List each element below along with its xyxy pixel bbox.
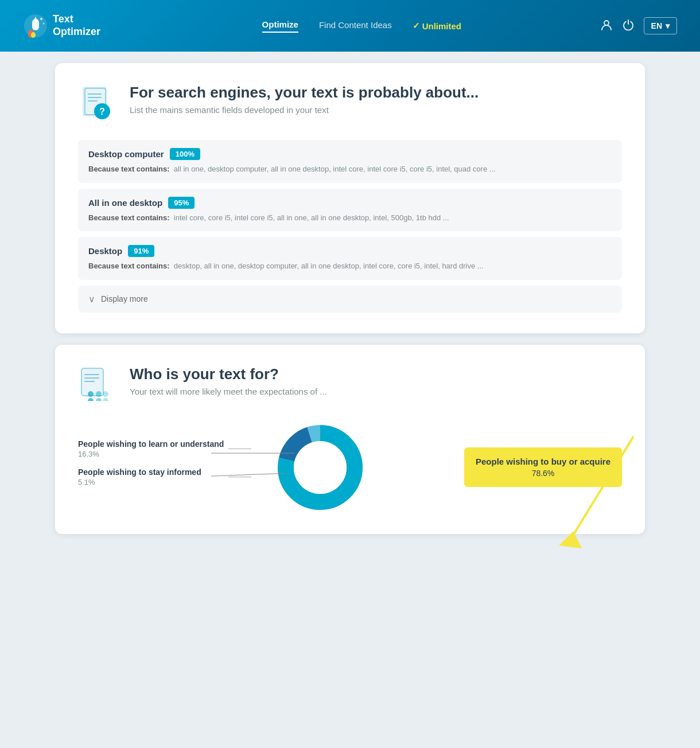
connector-lines <box>274 422 366 513</box>
svg-point-5 <box>40 18 42 20</box>
semantic-item-0: Desktop computer 100% Because text conta… <box>78 140 622 183</box>
audience-item-1: People wishing to stay informed 5.1% <box>78 468 251 486</box>
svg-point-22 <box>96 391 102 397</box>
audience-card: Who is your text for? Your text will mor… <box>55 345 645 534</box>
semantic-label-2: Desktop <box>88 246 122 256</box>
semantic-badge-0: 100% <box>170 148 200 160</box>
semantic-badge-2: 91% <box>128 245 154 257</box>
display-more-button[interactable]: ∨ Display more <box>78 286 622 313</box>
audience-label-1: People wishing to stay informed <box>78 468 224 477</box>
audience-legend: People wishing to learn or understand 16… <box>78 439 251 496</box>
audience-visualization: People wishing to learn or understand 16… <box>78 422 622 513</box>
card2-title: Who is your text for? <box>130 365 327 383</box>
semantic-item-2: Desktop 91% Because text contains: deskt… <box>78 237 622 280</box>
card1-header-text: For search engines, your text is probabl… <box>130 84 479 115</box>
callout-container: People wishing to buy or acquire 78.6% <box>464 447 622 487</box>
semantic-items-list: Desktop computer 100% Because text conta… <box>78 140 622 313</box>
semantic-label-1: All in one desktop <box>88 198 162 208</box>
semantic-card: ? For search engines, your text is proba… <box>55 63 645 333</box>
header: Text Optimizer Optimize Find Content Ide… <box>0 0 700 52</box>
svg-point-21 <box>88 391 94 397</box>
svg-text:?: ? <box>99 107 105 116</box>
nav-unlimited: ✓ Unlimited <box>413 21 461 31</box>
logo-icon <box>23 13 48 38</box>
callout-box: People wishing to buy or acquire 78.6% <box>464 447 622 487</box>
logo: Text Optimizer <box>23 13 100 38</box>
logo-text: Text Optimizer <box>53 13 100 38</box>
connector-line-1 <box>228 477 251 477</box>
document-question-icon: ? <box>78 84 118 124</box>
audience-item-0: People wishing to learn or understand 16… <box>78 439 251 458</box>
semantic-text-2: Because text contains: desktop, all in o… <box>88 260 612 272</box>
donut-chart <box>274 422 366 513</box>
audience-icon <box>78 365 118 406</box>
card1-subtitle: List the mains semantic fields developed… <box>130 105 479 115</box>
semantic-badge-1: 95% <box>168 197 195 209</box>
svg-marker-16 <box>559 531 582 548</box>
callout-pct: 78.6% <box>476 469 610 478</box>
connector-line-0 <box>228 449 251 449</box>
svg-point-2 <box>31 32 36 38</box>
semantic-text-0: Because text contains: all in one, deskt… <box>88 163 612 175</box>
chevron-down-icon: ∨ <box>88 294 95 305</box>
semantic-item-1: All in one desktop 95% Because text cont… <box>78 189 622 232</box>
audience-pct-0: 16.3% <box>78 450 224 458</box>
language-button[interactable]: EN ▾ <box>644 17 677 34</box>
nav-find-content[interactable]: Find Content Ideas <box>319 20 392 32</box>
svg-point-7 <box>604 21 609 25</box>
card2-header-text: Who is your text for? Your text will mor… <box>130 365 327 396</box>
callout-label: People wishing to buy or acquire <box>476 457 610 466</box>
card1-header: ? For search engines, your text is proba… <box>78 84 622 124</box>
nav-right: EN ▾ <box>600 17 677 34</box>
card2-header: Who is your text for? Your text will mor… <box>78 365 622 406</box>
semantic-text-1: Because text contains: intel core, core … <box>88 212 612 224</box>
svg-point-6 <box>43 23 45 25</box>
audience-label-0: People wishing to learn or understand <box>78 439 224 449</box>
main-nav: Optimize Find Content Ideas ✓ Unlimited <box>146 20 577 33</box>
power-icon[interactable] <box>622 18 635 34</box>
main-content: ? For search engines, your text is proba… <box>46 52 654 557</box>
nav-optimize[interactable]: Optimize <box>262 20 298 33</box>
audience-pct-1: 5.1% <box>78 478 224 486</box>
svg-point-23 <box>103 391 108 397</box>
chevron-down-icon: ▾ <box>666 21 670 30</box>
semantic-label-0: Desktop computer <box>88 149 164 159</box>
card1-title: For search engines, your text is probabl… <box>130 84 479 102</box>
card2-subtitle: Your text will more likely meet the expe… <box>130 387 327 396</box>
user-icon[interactable] <box>600 18 613 34</box>
